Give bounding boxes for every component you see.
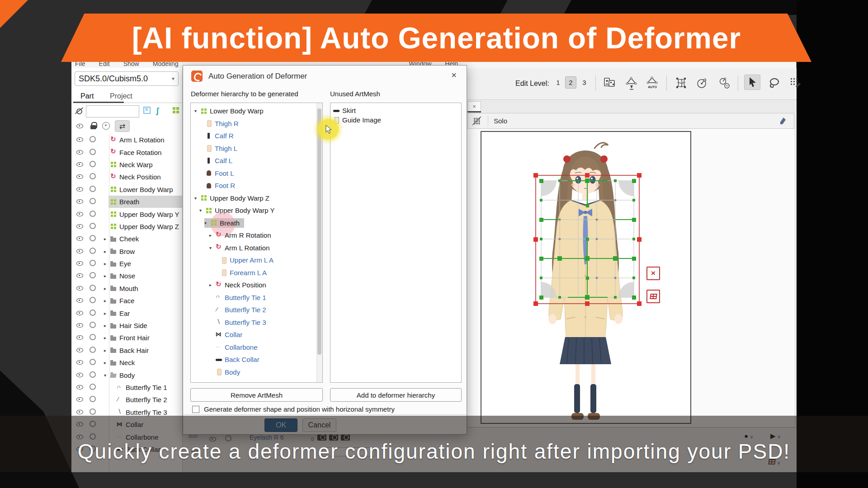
part-row[interactable]: ▸ Cheek: [71, 233, 183, 245]
expand-chevron-icon[interactable]: ▸: [104, 261, 110, 266]
symmetry-checkbox[interactable]: [192, 406, 199, 413]
grid-off-icon[interactable]: [472, 116, 482, 127]
expand-chevron-icon[interactable]: ▸: [104, 273, 110, 278]
part-row[interactable]: ▸ Mouth: [71, 282, 183, 295]
part-row[interactable]: Neck Position: [71, 171, 183, 183]
brush-grid-icon[interactable]: [789, 75, 803, 91]
expand-chevron-icon[interactable]: ▾: [204, 221, 211, 225]
edit-level-1[interactable]: 1: [552, 76, 564, 89]
part-row[interactable]: ▸ Hair Side: [71, 319, 183, 332]
tree-row[interactable]: ▾ Upper Body Warp Z: [191, 192, 322, 205]
lock-radio-icon[interactable]: [90, 248, 96, 254]
rotation-deformer-icon[interactable]: [695, 75, 709, 91]
part-row[interactable]: Face Rotation: [71, 146, 183, 158]
part-row[interactable]: Upper Body Warp Y: [71, 208, 183, 220]
part-row[interactable]: ▸ Back Hair: [71, 344, 183, 357]
expand-chevron-icon[interactable]: ▾: [199, 208, 206, 213]
tree-row[interactable]: ▾ Upper Body Warp Y: [191, 204, 322, 217]
path-tool-icon[interactable]: ʃ: [156, 106, 165, 115]
visibility-eye-icon[interactable]: [76, 321, 84, 328]
tree-row[interactable]: Forearm L A: [191, 267, 322, 279]
edit-level-2[interactable]: 2: [565, 76, 576, 89]
lock-radio-icon[interactable]: [90, 211, 96, 217]
expand-chevron-icon[interactable]: ▸: [104, 249, 110, 254]
tree-row[interactable]: ▾ Breath: [191, 217, 322, 230]
tab-part[interactable]: Part: [80, 92, 94, 100]
lock-radio-icon[interactable]: [90, 334, 96, 340]
warp-deformer-icon[interactable]: [675, 75, 688, 91]
lock-radio-icon[interactable]: [90, 272, 96, 278]
visibility-eye-icon[interactable]: [76, 383, 84, 390]
lock-radio-icon[interactable]: [90, 285, 96, 291]
expand-chevron-icon[interactable]: ▸: [104, 286, 110, 291]
part-row[interactable]: ▸ Ear: [71, 307, 183, 319]
visibility-eye-icon[interactable]: [76, 210, 84, 217]
expand-chevron-icon[interactable]: ▾: [104, 373, 110, 378]
lock-radio-icon[interactable]: [90, 322, 96, 328]
lock-radio-icon[interactable]: [90, 223, 96, 229]
visibility-eye-icon[interactable]: [76, 309, 84, 316]
visibility-eye-icon[interactable]: [76, 235, 84, 242]
deformer-delete-button[interactable]: ×: [646, 267, 660, 280]
visibility-eye-icon[interactable]: [76, 408, 84, 415]
tab-close-icon[interactable]: ×: [472, 103, 476, 110]
expand-chevron-icon[interactable]: ▸: [104, 311, 110, 316]
expand-chevron-icon[interactable]: ▸: [104, 298, 110, 303]
tree-row[interactable]: Thigh L: [191, 142, 322, 155]
visibility-eye-icon[interactable]: [76, 136, 84, 143]
scrollbar-thumb[interactable]: [317, 108, 321, 355]
part-row[interactable]: ▸ Nose: [71, 270, 183, 282]
part-row[interactable]: Neck Warp: [71, 159, 183, 171]
visibility-eye-icon[interactable]: [76, 296, 84, 304]
part-row[interactable]: ▾ Body: [71, 369, 183, 381]
part-row[interactable]: ▸ Brow: [71, 245, 183, 258]
dialog-close-button[interactable]: ×: [448, 70, 459, 80]
search-off-icon[interactable]: [75, 106, 84, 115]
expand-chevron-icon[interactable]: ▸: [104, 236, 110, 241]
visibility-eye-icon[interactable]: [76, 247, 84, 254]
visibility-eye-icon[interactable]: [76, 197, 84, 205]
part-row[interactable]: Butterfly Tie 2: [71, 394, 183, 406]
lock-radio-icon[interactable]: [90, 310, 96, 316]
visibility-eye-icon[interactable]: [76, 371, 84, 378]
visibility-eye-icon[interactable]: [76, 272, 84, 279]
canvas-tab[interactable]: ×: [467, 101, 481, 112]
tree-row[interactable]: Body: [191, 366, 322, 379]
swap-order-icon[interactable]: ⇄: [115, 120, 130, 132]
tree-row[interactable]: Calf L: [191, 155, 322, 167]
rotation-deformer-child-icon[interactable]: [718, 75, 731, 91]
deformer-grid-button[interactable]: [646, 290, 660, 303]
scrollbar[interactable]: [316, 103, 322, 382]
lock-radio-icon[interactable]: [90, 408, 96, 415]
expand-chevron-icon[interactable]: ▸: [104, 360, 110, 365]
tree-row[interactable]: ▾ Arm L Rotation: [191, 242, 322, 254]
lock-radio-icon[interactable]: [90, 173, 96, 179]
visibility-eye-icon[interactable]: [76, 222, 84, 230]
lock-radio-icon[interactable]: [90, 198, 96, 204]
lasso-tool-icon[interactable]: [768, 75, 781, 91]
tree-row[interactable]: Butterfly Tie 3: [191, 316, 322, 329]
visibility-eye-icon[interactable]: [76, 395, 84, 403]
visibility-eye-icon[interactable]: [76, 185, 84, 192]
unused-row[interactable]: Guide Image: [330, 115, 461, 125]
lock-radio-icon[interactable]: [90, 396, 96, 402]
part-row[interactable]: Upper Body Warp Z: [71, 221, 183, 233]
tree-row[interactable]: Upper Arm L A: [191, 254, 322, 267]
visibility-eye-icon[interactable]: [76, 358, 84, 366]
edit-level-3[interactable]: 3: [579, 76, 590, 89]
lock-icon[interactable]: [90, 122, 97, 130]
tree-row[interactable]: Thigh R: [191, 117, 322, 130]
lock-radio-icon[interactable]: [90, 186, 96, 192]
visibility-eye-icon[interactable]: [76, 259, 84, 267]
warp-grid-icon[interactable]: [173, 107, 179, 113]
expand-chevron-icon[interactable]: ▾: [194, 108, 201, 113]
expand-chevron-icon[interactable]: ▾: [209, 245, 216, 250]
lock-radio-icon[interactable]: [90, 347, 96, 353]
tree-row[interactable]: ▾ Lower Body Warp: [191, 105, 322, 117]
box-select-icon[interactable]: [143, 107, 151, 114]
part-row[interactable]: Arm L Rotation: [71, 134, 183, 146]
eye-icon[interactable]: [76, 122, 84, 129]
visibility-eye-icon[interactable]: [76, 173, 84, 180]
tree-row[interactable]: Butterfly Tie 2: [191, 304, 322, 316]
part-row[interactable]: Lower Body Warp: [71, 183, 183, 196]
